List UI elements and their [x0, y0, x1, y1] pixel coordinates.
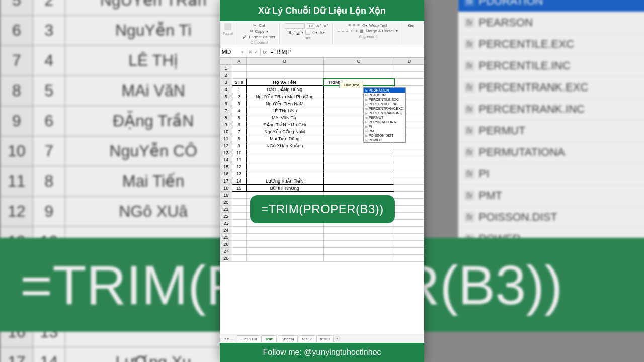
ribbon-number-group: Ger: [408, 23, 418, 45]
sheet-tab[interactable]: test 3: [316, 335, 334, 342]
sheet-tab[interactable]: test 2: [299, 335, 316, 342]
ribbon-clipboard-group: ✂Cut ⧉Copy ▾ 🖌Format Painter Clipboard: [243, 23, 280, 45]
font-color-icon[interactable]: A▾: [319, 30, 324, 35]
tab-nav[interactable]: ◂ ▸ …: [223, 336, 236, 341]
add-sheet-button[interactable]: +: [335, 336, 340, 341]
formula-overlay-pill: =TRIM(PROPER(B3)): [250, 195, 395, 223]
func-item[interactable]: fxPMT: [364, 129, 405, 133]
title-banner: Xử Lý Chuỗi Dữ Liệu Lộn Xộn: [220, 0, 424, 21]
function-autocomplete[interactable]: Retur fxPDURATIONfxPEARSONfxPERCENTILE.E…: [363, 87, 406, 143]
name-box[interactable]: MID: [220, 48, 246, 56]
bg-function-list: fxPDURATIONfxPEARSONfxPERCENTILE.EXCfxPE…: [458, 0, 644, 250]
fx-icon[interactable]: fx: [261, 49, 269, 55]
formula-input[interactable]: =TRIM(P: [269, 49, 293, 55]
func-item[interactable]: fxPERCENTRANK.INC: [364, 111, 405, 115]
function-tooltip: TRIM(text): [339, 82, 363, 88]
ribbon-align-group: ≡≡≡ ⟲▾ Wrap Text ≡≡≡ ⇤⇥ ▦Merge & Center …: [338, 23, 403, 45]
sheet-tab[interactable]: Sheet4: [278, 335, 297, 342]
func-item[interactable]: fxPERMUTATIONA: [364, 120, 405, 124]
sheet-tabs: ◂ ▸ … Flash FillTrimSheet4test 2test 3 +: [220, 334, 424, 343]
paste-icon: [224, 23, 231, 30]
func-item[interactable]: fxPERCENTRANK.EXC: [364, 106, 405, 111]
func-item[interactable]: fxPOISSON.DIST: [364, 133, 405, 138]
func-item[interactable]: fxPDURATION: [364, 88, 405, 93]
func-item[interactable]: fxPERCENTILE.INC: [364, 102, 405, 106]
formula-bar: MID ✕ ✓ fx =TRIM(P: [220, 47, 424, 57]
fill-color-icon[interactable]: ◇▾: [312, 30, 317, 35]
func-item[interactable]: fxPOWER: [364, 138, 405, 142]
ribbon: Paste ✂Cut ⧉Copy ▾ 🖌Format Painter Clipb…: [220, 21, 424, 47]
sheet-tab[interactable]: Trim: [261, 335, 277, 342]
copy-icon: ⧉: [250, 29, 253, 34]
scissors-icon: ✂: [253, 23, 257, 28]
func-item[interactable]: fxPEARSON: [364, 93, 405, 97]
cancel-icon[interactable]: ✕: [248, 49, 252, 55]
func-item[interactable]: fxPERMUT: [364, 115, 405, 120]
brush-icon: 🖌: [243, 35, 247, 39]
border-icon[interactable]: [305, 30, 310, 35]
follow-banner: Follow me: @yunyingtuhoctinhoc: [220, 343, 424, 362]
enter-icon[interactable]: ✓: [254, 49, 258, 55]
phone-frame: Xử Lý Chuỗi Dữ Liệu Lộn Xộn Paste ✂Cut ⧉…: [220, 0, 424, 362]
ribbon-font-group: 12 A˄A˅ B I U ▾ ◇▾ A▾ Font: [285, 23, 333, 45]
merge-icon[interactable]: ▦: [360, 29, 364, 33]
ribbon-paste-group[interactable]: Paste: [223, 23, 237, 45]
func-item[interactable]: fxPI: [364, 124, 405, 129]
worksheet[interactable]: ABCD123STTHọ vÀ TêN=TRIM(P41ĐàO ĐẢNg HùN…: [220, 57, 424, 262]
sheet-tab[interactable]: Flash Fill: [237, 335, 260, 342]
func-item[interactable]: fxPERCENTILE.EXC: [364, 97, 405, 102]
